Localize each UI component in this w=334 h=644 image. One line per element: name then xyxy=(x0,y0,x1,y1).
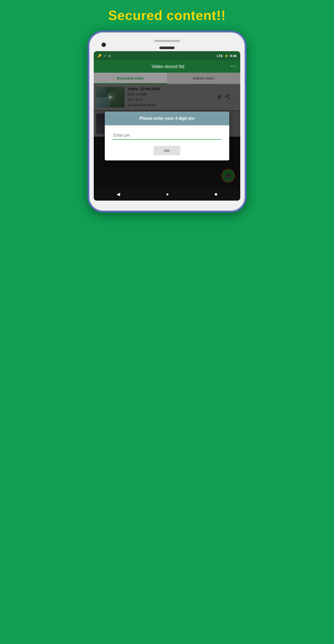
camera-dot xyxy=(101,42,106,47)
recent-nav-button[interactable]: ■ xyxy=(215,192,217,197)
dialog-header-text: Please enter your 4 digit pin xyxy=(140,116,194,121)
lock-icon: 🔑 xyxy=(97,54,101,58)
page-title: Secured content!! xyxy=(108,8,226,23)
dialog-overlay: Please enter your 4 digit pin OK xyxy=(94,84,240,188)
pin-input-wrapper xyxy=(112,132,222,140)
lte-label: LTE xyxy=(217,54,223,58)
check-icon: ✓ xyxy=(103,54,106,58)
back-nav-button[interactable]: ◀ xyxy=(117,191,120,197)
home-nav-button[interactable]: ● xyxy=(166,192,169,197)
dialog-body: OK xyxy=(105,125,229,160)
phone-frame: 🔑 ✓ ⊙ LTE ⚡ 9:46 Video record list ⋮ Rec… xyxy=(88,31,246,212)
time-label: 9:46 xyxy=(230,54,237,58)
tab-recorded-video[interactable]: Recorded video xyxy=(94,73,167,84)
tabs-bar: Recorded video Edited video xyxy=(94,73,240,84)
ok-button[interactable]: OK xyxy=(154,146,180,155)
nav-bar: ◀ ● ■ xyxy=(94,188,240,201)
status-right: LTE ⚡ 9:46 xyxy=(217,54,237,58)
phone-bottom xyxy=(94,201,240,206)
phone-top xyxy=(94,40,240,42)
earpiece xyxy=(159,47,175,49)
toolbar-menu-button[interactable]: ⋮ xyxy=(231,63,236,70)
pin-input[interactable] xyxy=(112,132,222,139)
dialog-header: Please enter your 4 digit pin xyxy=(105,112,229,125)
app-toolbar: Video record list ⋮ xyxy=(94,60,240,73)
content-area: Video_23-06-2019 Size: 1.9 MB Dur: 00:11… xyxy=(94,84,240,188)
status-bar: 🔑 ✓ ⊙ LTE ⚡ 9:46 xyxy=(94,51,240,60)
toolbar-title: Video record list xyxy=(106,64,231,69)
circle-icon: ⊙ xyxy=(108,54,111,58)
tab-edited-video[interactable]: Edited video xyxy=(167,73,240,84)
speaker-bar xyxy=(154,40,180,42)
pin-dialog: Please enter your 4 digit pin OK xyxy=(105,112,229,160)
status-icons: 🔑 ✓ ⊙ xyxy=(97,54,111,58)
phone-screen: 🔑 ✓ ⊙ LTE ⚡ 9:46 Video record list ⋮ Rec… xyxy=(94,51,240,201)
battery-icon: ⚡ xyxy=(224,54,228,58)
